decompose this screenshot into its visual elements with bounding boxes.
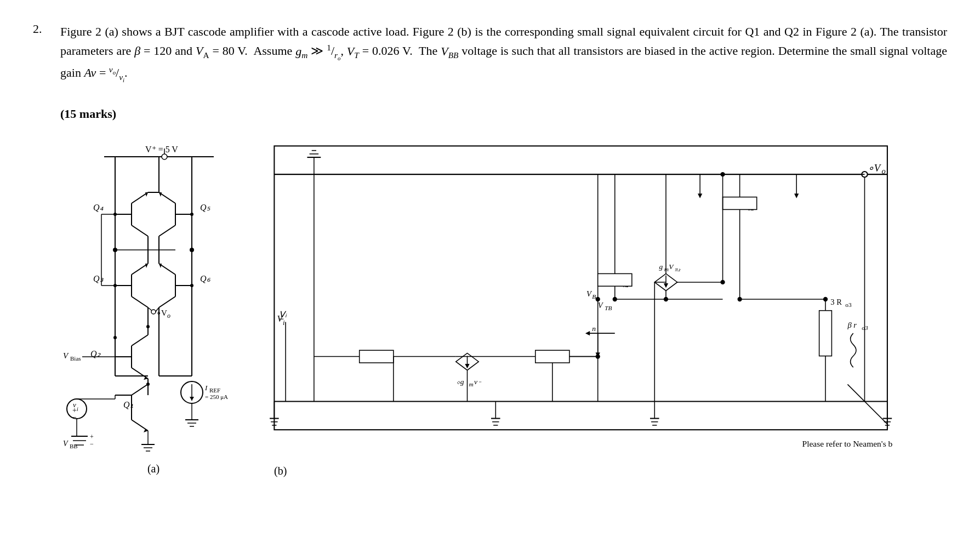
- svg-line-9: [132, 192, 148, 203]
- svg-text:Please refer to Neamen's book : Please refer to Neamen's book Page 697 f…: [802, 439, 893, 448]
- circuit-a: V⁺ = 5 V Q₄: [60, 140, 247, 458]
- svg-rect-136: [360, 350, 394, 363]
- svg-text:V̲ᵢ: V̲ᵢ: [279, 310, 287, 320]
- svg-point-220: [720, 280, 725, 284]
- svg-text:V: V: [63, 351, 69, 360]
- svg-text:Q₆: Q₆: [200, 274, 211, 283]
- problem-number: 2.: [33, 22, 49, 124]
- svg-text:−: −: [72, 413, 77, 421]
- svg-text:V⁺ = 5 V: V⁺ = 5 V: [145, 145, 178, 154]
- svg-point-57: [113, 336, 117, 339]
- svg-point-108: [151, 310, 156, 314]
- svg-text:g: g: [659, 263, 663, 271]
- svg-text:m: m: [469, 381, 474, 387]
- svg-line-10: [132, 225, 148, 236]
- svg-marker-52: [144, 377, 148, 380]
- problem-container: 2. Figure 2 (a) shows a BJT cascode ampl…: [33, 22, 947, 477]
- svg-point-219: [720, 172, 725, 176]
- svg-text:m: m: [664, 266, 669, 272]
- svg-text:β r: β r: [847, 320, 857, 329]
- svg-point-96: [146, 383, 150, 386]
- svg-line-51: [132, 368, 148, 379]
- svg-rect-146: [535, 350, 569, 363]
- svg-point-43: [190, 248, 194, 252]
- svg-text:REF: REF: [209, 387, 220, 393]
- svg-line-62: [132, 384, 148, 395]
- svg-text:Q₄: Q₄: [93, 203, 104, 212]
- svg-line-16: [159, 192, 175, 203]
- svg-line-17: [159, 225, 175, 236]
- svg-line-50: [132, 335, 148, 346]
- svg-text:n: n: [592, 324, 596, 333]
- svg-point-98: [146, 325, 150, 328]
- svg-text:BB: BB: [70, 443, 78, 449]
- svg-text:i: i: [283, 318, 285, 326]
- svg-text:Q₃: Q₃: [93, 274, 104, 283]
- svg-text:π₂: π₂: [675, 266, 681, 272]
- marks-text: (15 marks): [60, 107, 116, 121]
- svg-text:3 R: 3 R: [830, 298, 842, 306]
- svg-rect-190: [819, 310, 832, 356]
- svg-marker-65: [144, 429, 148, 432]
- svg-point-181: [664, 297, 668, 301]
- svg-line-24: [132, 264, 148, 275]
- problem-header: 2. Figure 2 (a) shows a BJT cascode ampl…: [33, 22, 947, 124]
- svg-text:B: B: [592, 293, 596, 300]
- figure-a-wrapper: V⁺ = 5 V Q₄: [60, 140, 247, 475]
- svg-text:⬦g: ⬦g: [456, 378, 464, 386]
- svg-line-31: [159, 264, 175, 275]
- svg-text:+: +: [90, 433, 94, 441]
- svg-text:∘V: ∘V: [156, 309, 167, 317]
- svg-text:TB: TB: [605, 304, 612, 311]
- svg-line-32: [159, 296, 175, 307]
- svg-text:v: v: [474, 378, 477, 386]
- figure-b-wrapper: ∘V o V i V̲ᵢ: [269, 140, 893, 477]
- svg-text:o: o: [167, 312, 170, 320]
- svg-text:o3: o3: [845, 301, 852, 308]
- circuit-b: ∘V o V i V̲ᵢ: [269, 140, 893, 460]
- svg-point-221: [823, 297, 828, 301]
- problem-text: Figure 2 (a) shows a BJT cascode amplifi…: [60, 22, 947, 124]
- svg-text:∘V: ∘V: [868, 162, 882, 174]
- svg-text:I: I: [204, 384, 208, 392]
- svg-rect-176: [723, 197, 757, 209]
- fig-a-label: (a): [60, 463, 247, 475]
- circuit-a-svg: V⁺ = 5 V Q₄: [60, 140, 247, 458]
- svg-text:o: o: [882, 167, 886, 175]
- svg-point-107: [190, 284, 193, 287]
- fig-b-label: (b): [274, 465, 287, 477]
- svg-point-158: [596, 297, 600, 301]
- svg-point-105: [113, 284, 117, 287]
- svg-rect-163: [598, 273, 632, 286]
- svg-text:o3: o3: [862, 324, 868, 331]
- svg-text:Bias: Bias: [70, 355, 81, 362]
- svg-text:Q₅: Q₅: [200, 203, 210, 212]
- svg-point-104: [113, 213, 117, 216]
- circuit-b-svg: ∘V o V i V̲ᵢ: [269, 140, 893, 458]
- svg-line-63: [132, 420, 148, 431]
- svg-point-2: [162, 154, 167, 159]
- svg-text:−: −: [90, 440, 94, 448]
- svg-text:= 250 μA: = 250 μA: [205, 393, 228, 400]
- svg-text:i: i: [77, 406, 78, 412]
- svg-point-106: [190, 213, 193, 216]
- svg-text:V: V: [63, 440, 69, 448]
- figures-row: V⁺ = 5 V Q₄: [33, 140, 947, 477]
- svg-rect-109: [274, 146, 887, 430]
- svg-line-25: [132, 296, 148, 307]
